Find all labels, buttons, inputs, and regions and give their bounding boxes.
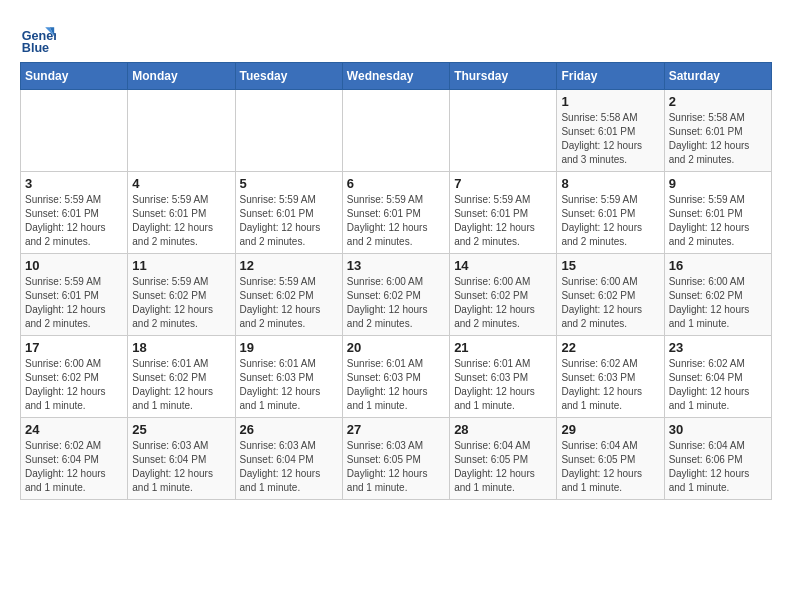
day-number: 6 <box>347 176 445 191</box>
calendar-cell: 21Sunrise: 6:01 AM Sunset: 6:03 PM Dayli… <box>450 336 557 418</box>
day-info: Sunrise: 5:59 AM Sunset: 6:01 PM Dayligh… <box>132 193 230 249</box>
day-info: Sunrise: 6:04 AM Sunset: 6:05 PM Dayligh… <box>561 439 659 495</box>
calendar-header-row: SundayMondayTuesdayWednesdayThursdayFrid… <box>21 63 772 90</box>
calendar-cell: 6Sunrise: 5:59 AM Sunset: 6:01 PM Daylig… <box>342 172 449 254</box>
day-info: Sunrise: 5:59 AM Sunset: 6:01 PM Dayligh… <box>669 193 767 249</box>
calendar-week-row: 10Sunrise: 5:59 AM Sunset: 6:01 PM Dayli… <box>21 254 772 336</box>
calendar-cell: 8Sunrise: 5:59 AM Sunset: 6:01 PM Daylig… <box>557 172 664 254</box>
day-number: 18 <box>132 340 230 355</box>
logo-icon: General Blue <box>20 20 56 56</box>
day-number: 7 <box>454 176 552 191</box>
day-header-monday: Monday <box>128 63 235 90</box>
day-info: Sunrise: 6:02 AM Sunset: 6:03 PM Dayligh… <box>561 357 659 413</box>
day-info: Sunrise: 6:03 AM Sunset: 6:04 PM Dayligh… <box>132 439 230 495</box>
day-info: Sunrise: 5:59 AM Sunset: 6:01 PM Dayligh… <box>454 193 552 249</box>
calendar-cell: 12Sunrise: 5:59 AM Sunset: 6:02 PM Dayli… <box>235 254 342 336</box>
day-info: Sunrise: 5:59 AM Sunset: 6:01 PM Dayligh… <box>240 193 338 249</box>
calendar-cell: 4Sunrise: 5:59 AM Sunset: 6:01 PM Daylig… <box>128 172 235 254</box>
calendar-week-row: 3Sunrise: 5:59 AM Sunset: 6:01 PM Daylig… <box>21 172 772 254</box>
day-info: Sunrise: 5:59 AM Sunset: 6:01 PM Dayligh… <box>347 193 445 249</box>
day-number: 12 <box>240 258 338 273</box>
day-number: 20 <box>347 340 445 355</box>
day-number: 11 <box>132 258 230 273</box>
calendar-cell: 24Sunrise: 6:02 AM Sunset: 6:04 PM Dayli… <box>21 418 128 500</box>
day-number: 26 <box>240 422 338 437</box>
calendar-cell: 27Sunrise: 6:03 AM Sunset: 6:05 PM Dayli… <box>342 418 449 500</box>
day-info: Sunrise: 6:02 AM Sunset: 6:04 PM Dayligh… <box>25 439 123 495</box>
calendar-cell: 9Sunrise: 5:59 AM Sunset: 6:01 PM Daylig… <box>664 172 771 254</box>
calendar-cell: 7Sunrise: 5:59 AM Sunset: 6:01 PM Daylig… <box>450 172 557 254</box>
day-info: Sunrise: 5:59 AM Sunset: 6:01 PM Dayligh… <box>25 193 123 249</box>
calendar-cell <box>21 90 128 172</box>
day-number: 1 <box>561 94 659 109</box>
day-info: Sunrise: 6:01 AM Sunset: 6:03 PM Dayligh… <box>454 357 552 413</box>
svg-text:Blue: Blue <box>22 41 49 55</box>
day-number: 24 <box>25 422 123 437</box>
day-header-wednesday: Wednesday <box>342 63 449 90</box>
day-number: 21 <box>454 340 552 355</box>
day-number: 2 <box>669 94 767 109</box>
calendar-week-row: 1Sunrise: 5:58 AM Sunset: 6:01 PM Daylig… <box>21 90 772 172</box>
calendar-cell: 22Sunrise: 6:02 AM Sunset: 6:03 PM Dayli… <box>557 336 664 418</box>
day-info: Sunrise: 6:00 AM Sunset: 6:02 PM Dayligh… <box>561 275 659 331</box>
calendar-cell: 19Sunrise: 6:01 AM Sunset: 6:03 PM Dayli… <box>235 336 342 418</box>
calendar-cell: 29Sunrise: 6:04 AM Sunset: 6:05 PM Dayli… <box>557 418 664 500</box>
day-header-friday: Friday <box>557 63 664 90</box>
calendar-cell: 15Sunrise: 6:00 AM Sunset: 6:02 PM Dayli… <box>557 254 664 336</box>
day-info: Sunrise: 6:04 AM Sunset: 6:05 PM Dayligh… <box>454 439 552 495</box>
day-info: Sunrise: 5:59 AM Sunset: 6:02 PM Dayligh… <box>240 275 338 331</box>
calendar-cell: 16Sunrise: 6:00 AM Sunset: 6:02 PM Dayli… <box>664 254 771 336</box>
calendar-cell: 25Sunrise: 6:03 AM Sunset: 6:04 PM Dayli… <box>128 418 235 500</box>
day-number: 30 <box>669 422 767 437</box>
day-number: 29 <box>561 422 659 437</box>
calendar-cell <box>128 90 235 172</box>
calendar-cell <box>342 90 449 172</box>
day-info: Sunrise: 6:01 AM Sunset: 6:02 PM Dayligh… <box>132 357 230 413</box>
calendar-cell <box>235 90 342 172</box>
day-info: Sunrise: 6:00 AM Sunset: 6:02 PM Dayligh… <box>347 275 445 331</box>
calendar-cell: 17Sunrise: 6:00 AM Sunset: 6:02 PM Dayli… <box>21 336 128 418</box>
day-number: 15 <box>561 258 659 273</box>
calendar-cell: 11Sunrise: 5:59 AM Sunset: 6:02 PM Dayli… <box>128 254 235 336</box>
day-info: Sunrise: 6:03 AM Sunset: 6:04 PM Dayligh… <box>240 439 338 495</box>
calendar-cell: 10Sunrise: 5:59 AM Sunset: 6:01 PM Dayli… <box>21 254 128 336</box>
day-info: Sunrise: 5:59 AM Sunset: 6:01 PM Dayligh… <box>25 275 123 331</box>
day-number: 23 <box>669 340 767 355</box>
day-info: Sunrise: 6:03 AM Sunset: 6:05 PM Dayligh… <box>347 439 445 495</box>
day-info: Sunrise: 6:01 AM Sunset: 6:03 PM Dayligh… <box>347 357 445 413</box>
day-number: 16 <box>669 258 767 273</box>
day-info: Sunrise: 6:00 AM Sunset: 6:02 PM Dayligh… <box>669 275 767 331</box>
day-header-tuesday: Tuesday <box>235 63 342 90</box>
day-info: Sunrise: 5:58 AM Sunset: 6:01 PM Dayligh… <box>669 111 767 167</box>
calendar-cell: 2Sunrise: 5:58 AM Sunset: 6:01 PM Daylig… <box>664 90 771 172</box>
day-info: Sunrise: 6:01 AM Sunset: 6:03 PM Dayligh… <box>240 357 338 413</box>
day-number: 14 <box>454 258 552 273</box>
calendar-cell <box>450 90 557 172</box>
day-number: 28 <box>454 422 552 437</box>
day-number: 9 <box>669 176 767 191</box>
calendar-week-row: 17Sunrise: 6:00 AM Sunset: 6:02 PM Dayli… <box>21 336 772 418</box>
day-info: Sunrise: 5:58 AM Sunset: 6:01 PM Dayligh… <box>561 111 659 167</box>
day-info: Sunrise: 6:00 AM Sunset: 6:02 PM Dayligh… <box>454 275 552 331</box>
logo: General Blue <box>20 20 60 56</box>
day-header-sunday: Sunday <box>21 63 128 90</box>
day-number: 4 <box>132 176 230 191</box>
day-info: Sunrise: 6:02 AM Sunset: 6:04 PM Dayligh… <box>669 357 767 413</box>
calendar-cell: 30Sunrise: 6:04 AM Sunset: 6:06 PM Dayli… <box>664 418 771 500</box>
day-info: Sunrise: 6:04 AM Sunset: 6:06 PM Dayligh… <box>669 439 767 495</box>
calendar-cell: 5Sunrise: 5:59 AM Sunset: 6:01 PM Daylig… <box>235 172 342 254</box>
calendar-week-row: 24Sunrise: 6:02 AM Sunset: 6:04 PM Dayli… <box>21 418 772 500</box>
day-info: Sunrise: 5:59 AM Sunset: 6:01 PM Dayligh… <box>561 193 659 249</box>
day-number: 10 <box>25 258 123 273</box>
day-number: 5 <box>240 176 338 191</box>
calendar-cell: 28Sunrise: 6:04 AM Sunset: 6:05 PM Dayli… <box>450 418 557 500</box>
day-number: 25 <box>132 422 230 437</box>
day-number: 17 <box>25 340 123 355</box>
calendar-cell: 18Sunrise: 6:01 AM Sunset: 6:02 PM Dayli… <box>128 336 235 418</box>
day-header-saturday: Saturday <box>664 63 771 90</box>
day-number: 3 <box>25 176 123 191</box>
day-number: 8 <box>561 176 659 191</box>
calendar-cell: 1Sunrise: 5:58 AM Sunset: 6:01 PM Daylig… <box>557 90 664 172</box>
header: General Blue <box>20 20 772 56</box>
day-number: 19 <box>240 340 338 355</box>
